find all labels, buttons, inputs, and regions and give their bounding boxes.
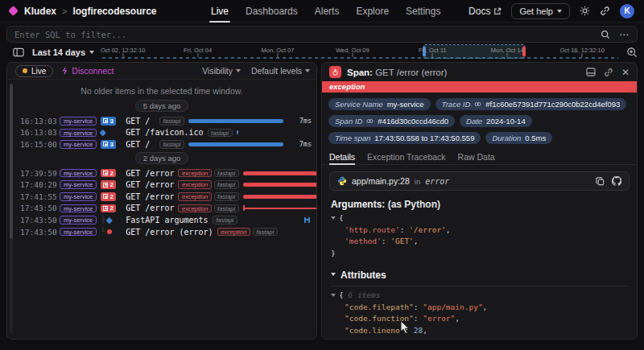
live-button[interactable]: Live	[15, 65, 53, 77]
docs-link[interactable]: Docs	[469, 6, 502, 17]
detail-tab-details[interactable]: Details	[329, 149, 355, 164]
tab-dashboards[interactable]: Dashboards	[246, 0, 298, 23]
tab-alerts[interactable]: Alerts	[315, 0, 340, 23]
sql-filter-input[interactable]	[14, 30, 601, 39]
trace-row[interactable]: 16:13:03my-serviceGET /favicon.icofastap…	[7, 127, 316, 139]
span-title: Span: GET /error (error)	[347, 68, 447, 77]
span-marker[interactable]: 3	[101, 117, 122, 126]
trace-list-scrollbar[interactable]	[10, 84, 13, 334]
avatar[interactable]: K	[620, 4, 634, 19]
nav-tabs: LiveDashboardsAlertsExploreSettings	[211, 0, 440, 23]
tab-explore[interactable]: Explore	[356, 0, 389, 23]
collapse-icon[interactable]	[331, 294, 336, 297]
tab-settings[interactable]: Settings	[406, 0, 440, 23]
trace-row[interactable]: 17:41:55my-service2GET /errorexceptionfa…	[7, 191, 316, 203]
search-button[interactable]	[601, 30, 610, 39]
meta-chip-span-id[interactable]: Span ID#416d30c0ccd46cd0	[328, 115, 455, 127]
meta-chip-date[interactable]: Date2024-10-14	[460, 115, 532, 127]
default-levels-dropdown[interactable]: Default levels	[251, 66, 310, 76]
expand-count-badge[interactable]: 2	[101, 169, 116, 178]
chip-value: #f1c60e57391d771c290c0b22cd4ef093	[485, 100, 620, 109]
detail-tab-exception-traceback[interactable]: Exception Traceback	[367, 149, 445, 164]
time-range-selector[interactable]: Last 14 days	[32, 47, 94, 57]
copy-link-button[interactable]	[604, 68, 613, 77]
span-marker[interactable]	[101, 130, 122, 135]
detail-tab-raw-data[interactable]: Raw Data	[458, 149, 495, 164]
fastapi-tag: fastapi	[159, 140, 184, 149]
fastapi-tag: fastapi	[214, 192, 239, 201]
service-tag: my-service	[60, 117, 97, 126]
trace-row[interactable]: 17:43:50my-service├FastAPI argumentsfast…	[7, 214, 316, 226]
flame-icon	[332, 68, 339, 76]
trace-timestamp: 17:41:55	[20, 192, 56, 201]
trace-list: No older items in the selected time wind…	[7, 80, 316, 237]
span-marker[interactable]: 3	[101, 140, 122, 149]
trace-row[interactable]: 17:40:29my-service2GET /errorexceptionfa…	[7, 179, 316, 191]
expand-icon	[103, 183, 108, 187]
scrollbar-thumb[interactable]	[10, 84, 13, 239]
meta-chip-time-span[interactable]: Time span17:43:50.558 to 17:43:50.559	[328, 132, 481, 144]
trace-row[interactable]: 16:13:03my-service3GET /fastapi7ms	[7, 115, 316, 127]
attributes-heading[interactable]: Attributes	[331, 270, 629, 281]
attribute-entry: "code.lineno": 28,	[331, 325, 629, 337]
span-marker[interactable]: 2	[101, 169, 122, 178]
copy-code-button[interactable]	[596, 177, 605, 186]
breadcrumb[interactable]: Kludex>logfirecodesource	[24, 6, 156, 17]
timeline-scrubber[interactable]: Oct 02, 12:32:10Fri, Oct 04Mon, Oct 07We…	[102, 45, 618, 60]
code-location-box[interactable]: app/main.py:28 in error	[329, 171, 630, 191]
span-marker[interactable]: 2	[101, 204, 122, 213]
collapse-icon[interactable]	[331, 216, 336, 220]
breadcrumb-separator: >	[62, 6, 67, 16]
expand-count-badge[interactable]: 3	[101, 117, 116, 126]
trace-row[interactable]: 17:39:59my-service2GET /errorexceptionfa…	[7, 167, 316, 179]
span-marker[interactable]: 2	[101, 180, 122, 189]
mouse-cursor	[400, 320, 411, 335]
span-marker[interactable]: ├	[101, 216, 122, 224]
timeline-tick-mark	[352, 53, 353, 57]
meta-chip-trace-id[interactable]: Trace ID#f1c60e57391d771c290c0b22cd4ef09…	[436, 98, 627, 110]
expand-count-badge[interactable]: 2	[101, 192, 116, 201]
duration-bar	[304, 217, 310, 223]
duration-track	[243, 170, 317, 176]
expand-icon	[103, 118, 108, 123]
disconnect-button[interactable]: Disconnect	[61, 66, 114, 76]
expand-count-badge[interactable]: 2	[101, 204, 116, 213]
zoom-in-button[interactable]	[626, 47, 638, 58]
tab-live[interactable]: Live	[211, 0, 229, 23]
expand-icon	[103, 171, 108, 175]
get-help-button[interactable]: Get help	[511, 3, 570, 19]
detail-tabs: DetailsException TracebackRaw Data	[322, 149, 637, 165]
open-github-button[interactable]	[612, 176, 621, 186]
expand-count-badge[interactable]: 2	[101, 180, 116, 189]
expand-count-badge[interactable]: 3	[101, 140, 116, 149]
more-options-button[interactable]: ⋯	[619, 31, 630, 39]
span-marker[interactable]: 2	[101, 192, 122, 201]
exception-tag: exception	[217, 228, 250, 237]
span-marker[interactable]: └	[101, 228, 122, 236]
span-name: GET /error	[126, 180, 174, 189]
chip-label: Date	[466, 117, 482, 126]
trace-row[interactable]: 17:43:50my-service└GET /error (error)exc…	[7, 226, 316, 238]
close-icon[interactable]: ✕	[621, 68, 630, 76]
duration-bar	[243, 195, 317, 199]
visibility-dropdown[interactable]: Visibility	[202, 66, 241, 76]
tree-connector: ├	[101, 216, 105, 224]
fastapi-tag: fastapi	[214, 204, 239, 213]
trace-row[interactable]: 16:15:00my-service3GET /fastapi7ms	[7, 138, 316, 150]
panel-layout-icon	[586, 68, 596, 76]
panel-layout-button[interactable]	[586, 68, 596, 76]
sidebar-toggle-button[interactable]	[13, 47, 24, 57]
share-link-button[interactable]	[600, 6, 610, 16]
code-function: error	[425, 177, 449, 186]
theme-toggle-button[interactable]	[580, 6, 590, 16]
meta-chip-duration[interactable]: Duration0.5ms	[485, 132, 552, 144]
meta-chip-service-name[interactable]: Service Namemy-service	[328, 98, 431, 110]
breadcrumb-org[interactable]: Kludex	[24, 6, 56, 17]
time-range-label: Last 14 days	[32, 47, 85, 57]
trace-timestamp: 17:43:50	[20, 228, 56, 237]
time-group-badge: 2 days ago	[135, 152, 188, 164]
service-tag: my-service	[60, 228, 97, 237]
trace-row[interactable]: 17:43:50my-service2GET /errorexceptionfa…	[7, 203, 316, 215]
breadcrumb-project[interactable]: logfirecodesource	[72, 6, 156, 17]
service-tag: my-service	[60, 140, 97, 149]
